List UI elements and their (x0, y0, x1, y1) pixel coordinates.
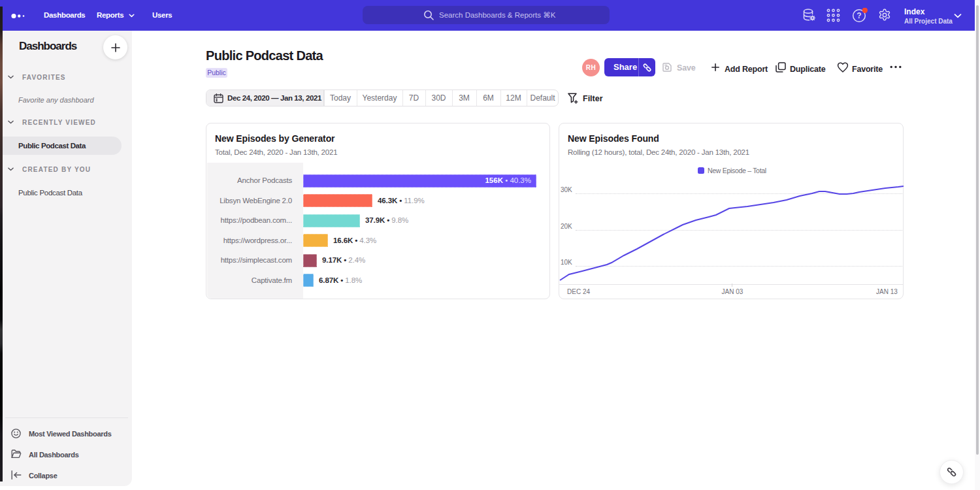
svg-text:?: ? (857, 11, 861, 20)
